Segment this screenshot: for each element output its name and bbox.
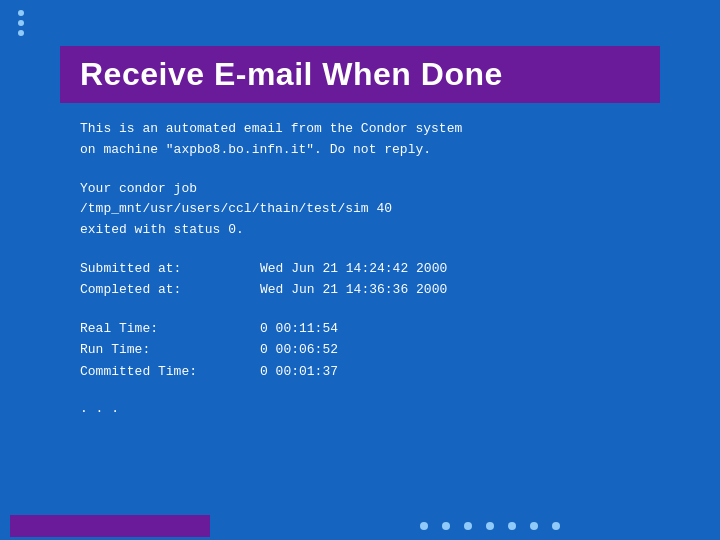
completed-row: Completed at: Wed Jun 21 14:36:36 2000 — [80, 280, 640, 301]
committed-time-value: 0 00:01:37 — [260, 362, 338, 382]
dot-2 — [18, 20, 24, 26]
committed-time-row: Committed Time: 0 00:01:37 — [80, 362, 640, 382]
intro-line-1: This is an automated email from the Cond… — [80, 119, 640, 140]
job-line-2: /tmp_mnt/usr/users/ccl/thain/test/sim 40 — [80, 199, 640, 220]
bottom-bar — [0, 512, 720, 540]
dot-1 — [18, 10, 24, 16]
real-time-value: 0 00:11:54 — [260, 319, 338, 339]
intro-text: This is an automated email from the Cond… — [80, 119, 640, 161]
submitted-label: Submitted at: — [80, 259, 260, 280]
intro-line-2: on machine "axpbo8.bo.infn.it". Do not r… — [80, 140, 640, 161]
bottom-dot-6 — [530, 522, 538, 530]
bottom-left-block — [10, 515, 210, 537]
real-time-row: Real Time: 0 00:11:54 — [80, 319, 640, 339]
bottom-dot-1 — [420, 522, 428, 530]
bottom-dot-2 — [442, 522, 450, 530]
bottom-dot-5 — [508, 522, 516, 530]
run-time-value: 0 00:06:52 — [260, 340, 338, 360]
committed-time-label: Committed Time: — [80, 362, 260, 382]
content-area: This is an automated email from the Cond… — [80, 119, 640, 419]
job-info: Your condor job /tmp_mnt/usr/users/ccl/t… — [80, 179, 640, 241]
job-line-1: Your condor job — [80, 179, 640, 200]
ellipsis-text: . . . — [80, 399, 640, 419]
dot-3 — [18, 30, 24, 36]
completed-value: Wed Jun 21 14:36:36 2000 — [260, 280, 447, 301]
bottom-dot-7 — [552, 522, 560, 530]
bottom-dots — [210, 522, 710, 530]
run-time-row: Run Time: 0 00:06:52 — [80, 340, 640, 360]
bottom-dot-3 — [464, 522, 472, 530]
run-time-label: Run Time: — [80, 340, 260, 360]
bottom-dot-4 — [486, 522, 494, 530]
title-bar: Receive E-mail When Done — [60, 46, 660, 103]
job-line-3: exited with status 0. — [80, 220, 640, 241]
submitted-completed: Submitted at: Wed Jun 21 14:24:42 2000 C… — [80, 259, 640, 301]
submitted-row: Submitted at: Wed Jun 21 14:24:42 2000 — [80, 259, 640, 280]
top-dots-container — [0, 0, 720, 46]
real-time-label: Real Time: — [80, 319, 260, 339]
times-section: Real Time: 0 00:11:54 Run Time: 0 00:06:… — [80, 319, 640, 382]
submitted-value: Wed Jun 21 14:24:42 2000 — [260, 259, 447, 280]
page-title: Receive E-mail When Done — [80, 56, 640, 93]
completed-label: Completed at: — [80, 280, 260, 301]
